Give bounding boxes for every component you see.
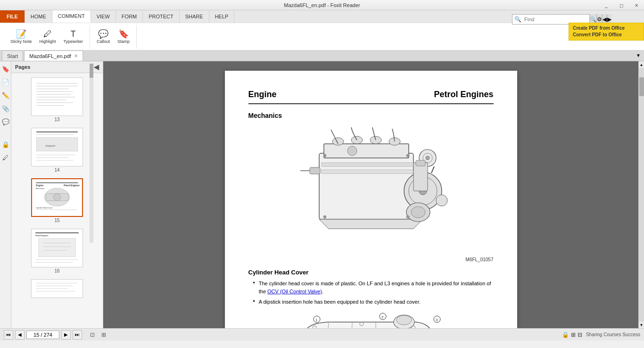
fit-width-icon[interactable]: ⊞ <box>99 330 108 340</box>
cover-illustration: 1 2 3 <box>291 309 451 329</box>
comments-icon[interactable]: 💬 <box>1 117 10 126</box>
window-controls: ⎯ ◻ ✕ <box>599 0 644 10</box>
maximize-button[interactable]: ◻ <box>614 0 629 10</box>
svg-text:Engine: Engine <box>36 184 43 187</box>
svg-rect-58 <box>322 170 413 174</box>
annotation-sidebar-icon[interactable]: ✏️ <box>1 91 10 100</box>
security-icon[interactable]: 🔒 <box>1 140 10 149</box>
highlight-btn[interactable]: 🖊 Highlight <box>37 29 59 45</box>
tab-comment[interactable]: COMMENT <box>52 10 91 23</box>
pages-icon[interactable]: 📄 <box>1 77 10 87</box>
tab-help[interactable]: HELP <box>209 10 235 23</box>
scroll-down-button[interactable]: ▼ <box>639 322 644 328</box>
last-page-button[interactable]: ⏭ <box>73 330 82 340</box>
stamp-icon: 🔖 <box>118 30 129 38</box>
first-page-button[interactable]: ⏮ <box>4 330 13 340</box>
page-thumb-16[interactable]: Petrol Engines 16 <box>14 227 100 275</box>
pages-panel-header: Pages ◀ <box>11 61 103 73</box>
page-thumb-14[interactable]: diagram 14 <box>14 126 100 174</box>
image-caption: M6FL_01057 <box>248 257 494 262</box>
pdf-scrollbar[interactable]: ▲ ▼ <box>638 61 644 328</box>
svg-point-66 <box>323 215 326 218</box>
sticky-note-icon: 📝 <box>16 30 26 38</box>
collapse-pages-button[interactable]: ◀ <box>94 63 99 71</box>
bottom-bar: ⏮ ◀ ▶ ⏭ ⊡ ⊞ 🔒 ⊞ ⊟ Sharing Courses Succes… <box>0 328 644 340</box>
tab-home[interactable]: HOME <box>25 10 52 23</box>
drawing-group: 💬 Callout 🔖 Stamp <box>90 25 137 49</box>
fit-page-icon[interactable]: ⊡ <box>88 330 97 340</box>
tab-form[interactable]: FORM <box>116 10 143 23</box>
annotation-group: 📝 Sticky Note 🖊 Highlight T Typewriter <box>4 25 90 49</box>
page-thumb-13[interactable]: 13 <box>14 76 100 124</box>
svg-rect-68 <box>310 167 320 174</box>
close-tab-icon[interactable]: ✕ <box>74 53 78 58</box>
tab-view[interactable]: VIEW <box>91 10 116 23</box>
page-input[interactable] <box>26 331 59 339</box>
svg-rect-60 <box>416 160 425 166</box>
page-thumbnail-16[interactable]: Petrol Engines <box>31 229 83 267</box>
bullet-1-text: The cylinder head cover is made of plast… <box>259 280 494 295</box>
pages-panel: Pages ◀ <box>11 61 103 328</box>
callout-btn[interactable]: 💬 Callout <box>94 29 113 45</box>
scroll-thumb[interactable] <box>639 77 644 96</box>
pdf-area[interactable]: Engine Petrol Engines Mechanics <box>103 61 638 328</box>
icon-bar: 🔖 📄 ✏️ 📎 💬 🔒 🖊 <box>0 61 11 328</box>
close-button[interactable]: ✕ <box>629 0 644 10</box>
scroll-track[interactable] <box>639 68 644 322</box>
page-thumbnail-15[interactable]: Engine Petrol Engines Mechanics Cylinder… <box>31 178 83 217</box>
typewriter-icon: T <box>71 30 76 38</box>
scroll-up-button[interactable]: ▲ <box>639 61 644 68</box>
svg-text:diagram: diagram <box>46 144 56 147</box>
next-page-button[interactable]: ▶ <box>61 330 71 340</box>
svg-point-67 <box>406 215 409 218</box>
sticky-note-btn[interactable]: 📝 Sticky Note <box>8 29 35 45</box>
svg-rect-31 <box>39 239 75 257</box>
title-text: Mazda6FL_en.pdf - Foxit Reader <box>284 2 360 8</box>
zoom-level: Sharing Courses Success <box>586 332 640 337</box>
create-pdf-banner[interactable]: Create PDF from Office Convert PDF to Of… <box>569 23 644 41</box>
page-thumbnail-14[interactable]: diagram <box>31 128 83 166</box>
svg-text:Petrol Engines: Petrol Engines <box>64 184 80 187</box>
svg-rect-13 <box>36 138 78 151</box>
tab-share[interactable]: SHARE <box>180 10 209 23</box>
svg-point-65 <box>406 154 409 157</box>
engine-illustration <box>281 125 461 257</box>
search-input[interactable] <box>523 16 589 23</box>
stamp-btn[interactable]: 🔖 Stamp <box>115 29 132 45</box>
pages-list[interactable]: 13 diagram 14 <box>11 73 103 328</box>
signature-icon[interactable]: 🖊 <box>1 153 10 162</box>
page-thumb-17[interactable] <box>14 278 100 299</box>
svg-text:Mechanics: Mechanics <box>36 188 44 190</box>
doc-tab-start[interactable]: Start <box>2 50 23 61</box>
svg-point-53 <box>426 156 429 160</box>
tab-dropdown-button[interactable]: ▼ <box>635 51 642 59</box>
search-icon: 🔍 <box>512 16 523 23</box>
bookmarks-icon[interactable]: 🔖 <box>1 64 10 74</box>
doc-tab-mazda[interactable]: Mazda6FL_en.pdf ✕ <box>24 50 83 61</box>
status-icon-3: ⊟ <box>578 331 582 338</box>
tab-file[interactable]: FILE <box>0 10 25 23</box>
page-num-13: 13 <box>54 117 59 122</box>
pages-scrollbar-thumb[interactable] <box>90 64 93 78</box>
attachments-icon[interactable]: 📎 <box>1 104 10 113</box>
page-thumbnail-13[interactable] <box>31 77 83 116</box>
ocv-link[interactable]: OCV (Oil Control Valve) <box>267 289 322 294</box>
titlebar: Mazda6FL_en.pdf - Foxit Reader ⎯ ◻ ✕ <box>0 0 644 10</box>
pdf-title-left: Engine <box>248 90 277 99</box>
pdf-page: Engine Petrol Engines Mechanics <box>225 71 517 328</box>
status-icon-1: 🔒 <box>562 331 569 338</box>
page-thumbnail-17[interactable] <box>31 279 83 298</box>
page-indicator <box>26 331 59 339</box>
prev-page-button[interactable]: ◀ <box>15 330 25 340</box>
document-tabs: Start Mazda6FL_en.pdf ✕ ▼ <box>0 50 644 61</box>
svg-rect-57 <box>322 163 413 166</box>
svg-rect-59 <box>413 163 428 191</box>
pages-scrollbar[interactable] <box>90 64 93 243</box>
minimize-button[interactable]: ⎯ <box>599 0 614 10</box>
svg-text:3: 3 <box>436 318 438 322</box>
tab-protect[interactable]: PROTECT <box>143 10 180 23</box>
page-thumb-15[interactable]: Engine Petrol Engines Mechanics Cylinder… <box>14 177 100 224</box>
pdf-section-title: Mechanics <box>248 112 494 119</box>
ribbon-tabs: FILE HOME COMMENT VIEW FORM PROTECT SHAR… <box>0 10 644 23</box>
typewriter-btn[interactable]: T Typewriter <box>61 29 86 45</box>
